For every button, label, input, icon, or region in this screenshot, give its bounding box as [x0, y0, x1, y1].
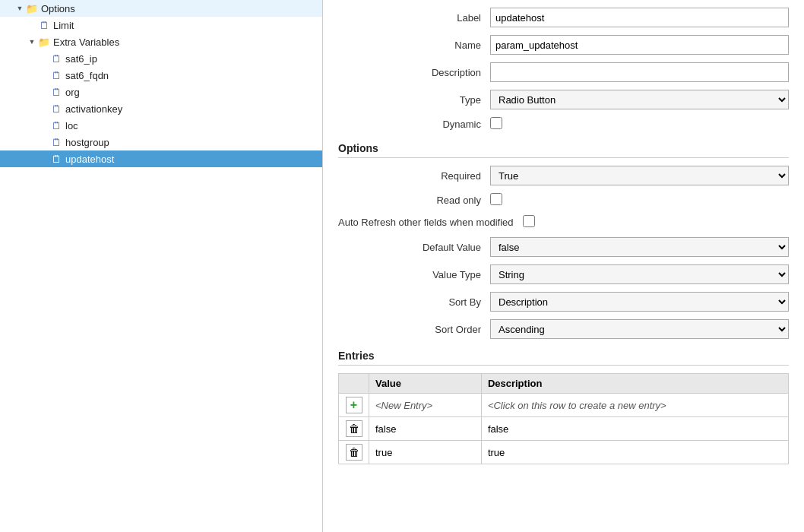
- sort-order-field-label: Sort Order: [338, 324, 490, 335]
- hostgroup-arrow: [40, 138, 49, 147]
- default-value-row: Default Value false true: [338, 237, 789, 257]
- entries-table: Value Description + <New Entry> <Click o…: [338, 373, 789, 464]
- dynamic-field-label: Dynamic: [338, 119, 490, 130]
- entries-col-value: Value: [369, 374, 482, 394]
- entries-new-entry-row[interactable]: + <New Entry> <Click on this row to crea…: [339, 394, 789, 417]
- extra-variables-folder-icon: 📁: [38, 36, 50, 48]
- name-row: Name: [338, 35, 789, 55]
- activationkey-doc-icon: 🗒: [50, 103, 62, 115]
- entries-true-delete-cell: 🗑: [339, 441, 369, 464]
- description-input[interactable]: [490, 62, 789, 82]
- description-field-control: [490, 62, 789, 82]
- type-field-label: Type: [338, 94, 490, 106]
- label-row: Label: [338, 8, 789, 27]
- label-field-control: [490, 8, 789, 27]
- sidebar-item-options[interactable]: ▼ 📁 Options: [0, 0, 322, 17]
- sidebar-item-org[interactable]: 🗒 org: [0, 84, 322, 100]
- sidebar-item-extra-variables[interactable]: ▼ 📁 Extra Variables: [0, 33, 322, 50]
- sidebar-item-activationkey[interactable]: 🗒 activationkey: [0, 100, 322, 117]
- activationkey-label: activationkey: [65, 103, 122, 115]
- sort-by-field-control: Description Value: [490, 292, 789, 312]
- sidebar-item-hostgroup[interactable]: 🗒 hostgroup: [0, 134, 322, 150]
- table-row[interactable]: 🗑 true true: [339, 441, 789, 464]
- entries-add-cell: +: [339, 394, 369, 417]
- auto-refresh-field-control: [523, 215, 789, 230]
- sidebar-item-limit[interactable]: 🗒 Limit: [0, 17, 322, 33]
- delete-icon: 🗑: [349, 446, 359, 458]
- sidebar-item-loc[interactable]: 🗒 loc: [0, 117, 322, 134]
- name-input[interactable]: [490, 35, 789, 55]
- sat6-fqdn-doc-icon: 🗒: [50, 69, 62, 81]
- add-entry-button[interactable]: +: [346, 397, 362, 413]
- dynamic-row: Dynamic: [338, 117, 789, 131]
- sidebar-item-sat6-fqdn[interactable]: 🗒 sat6_fqdn: [0, 67, 322, 84]
- default-value-field-control: false true: [490, 237, 789, 257]
- sat6-ip-arrow: [40, 54, 49, 63]
- updatehost-arrow: [40, 154, 49, 163]
- limit-doc-icon: 🗒: [38, 19, 50, 31]
- sat6-fqdn-arrow: [40, 71, 49, 80]
- main-content: Label Name Description Type Radio Button…: [323, 0, 804, 532]
- entries-false-delete-cell: 🗑: [339, 417, 369, 441]
- hostgroup-label: hostgroup: [65, 137, 109, 148]
- dynamic-field-control: [490, 117, 789, 131]
- loc-label: loc: [65, 120, 78, 131]
- type-row: Type Radio Button Text Field Dropdown Ch…: [338, 90, 789, 109]
- sort-order-select[interactable]: Ascending Descending: [490, 319, 789, 339]
- read-only-field-control: [490, 193, 789, 207]
- org-label: org: [65, 87, 80, 98]
- delete-false-button[interactable]: 🗑: [346, 420, 362, 437]
- auto-refresh-field-label: Auto Refresh other fields when modified: [338, 217, 523, 228]
- name-field-control: [490, 35, 789, 55]
- default-value-select[interactable]: false true: [490, 237, 789, 257]
- value-type-select[interactable]: String Integer Boolean: [490, 264, 789, 284]
- entries-section-title: Entries: [338, 350, 789, 366]
- options-folder-icon: 📁: [26, 2, 38, 14]
- type-select[interactable]: Radio Button Text Field Dropdown Checkbo…: [490, 90, 789, 109]
- table-row[interactable]: 🗑 false false: [339, 417, 789, 441]
- updatehost-label: updatehost: [65, 154, 114, 165]
- label-input[interactable]: [490, 8, 789, 27]
- sidebar: ▼ 📁 Options 🗒 Limit ▼ 📁 Extra Variables …: [0, 0, 323, 532]
- entries-new-entry-description: <Click on this row to create a new entry…: [481, 394, 788, 417]
- type-field-control: Radio Button Text Field Dropdown Checkbo…: [490, 90, 789, 109]
- read-only-field-label: Read only: [338, 195, 490, 206]
- auto-refresh-checkbox[interactable]: [523, 215, 535, 227]
- sort-by-select[interactable]: Description Value: [490, 292, 789, 312]
- sidebar-item-updatehost[interactable]: 🗒 updatehost: [0, 150, 322, 167]
- entries-false-value: false: [369, 417, 482, 441]
- dynamic-checkbox[interactable]: [490, 117, 502, 129]
- org-doc-icon: 🗒: [50, 86, 62, 98]
- hostgroup-doc-icon: 🗒: [50, 136, 62, 148]
- options-section-title: Options: [338, 142, 789, 158]
- value-type-row: Value Type String Integer Boolean: [338, 264, 789, 284]
- sat6-ip-label: sat6_ip: [65, 53, 97, 65]
- entries-true-value: true: [369, 441, 482, 464]
- required-field-label: Required: [338, 170, 490, 182]
- options-label: Options: [41, 3, 75, 14]
- extra-variables-label: Extra Variables: [53, 36, 119, 48]
- label-field-label: Label: [338, 12, 490, 24]
- sort-order-field-control: Ascending Descending: [490, 319, 789, 339]
- limit-arrow: [27, 21, 36, 30]
- sort-by-row: Sort By Description Value: [338, 292, 789, 312]
- sort-by-field-label: Sort By: [338, 296, 490, 308]
- sidebar-item-sat6-ip[interactable]: 🗒 sat6_ip: [0, 50, 322, 67]
- sort-order-row: Sort Order Ascending Descending: [338, 319, 789, 339]
- delete-true-button[interactable]: 🗑: [346, 444, 362, 461]
- loc-doc-icon: 🗒: [50, 119, 62, 131]
- required-select[interactable]: True False: [490, 166, 789, 185]
- org-arrow: [40, 87, 49, 97]
- entries-true-description: true: [481, 441, 788, 464]
- read-only-checkbox[interactable]: [490, 193, 502, 205]
- value-type-field-label: Value Type: [338, 269, 490, 280]
- limit-label: Limit: [53, 20, 74, 31]
- loc-arrow: [40, 121, 49, 130]
- name-field-label: Name: [338, 40, 490, 51]
- sat6-ip-doc-icon: 🗒: [50, 52, 62, 65]
- sat6-fqdn-label: sat6_fqdn: [65, 70, 109, 81]
- description-row: Description: [338, 62, 789, 82]
- options-arrow: ▼: [15, 4, 24, 13]
- entries-section: Entries Value Description + <New Entry> …: [338, 350, 789, 464]
- updatehost-doc-icon: 🗒: [50, 153, 62, 165]
